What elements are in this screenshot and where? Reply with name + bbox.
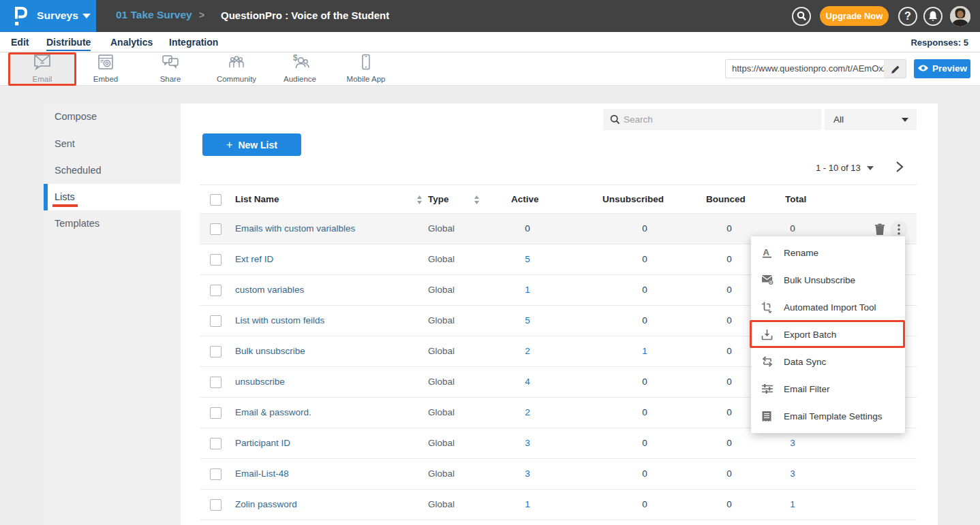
svg-text:$: $ (293, 54, 298, 63)
svg-text:A: A (763, 247, 770, 257)
